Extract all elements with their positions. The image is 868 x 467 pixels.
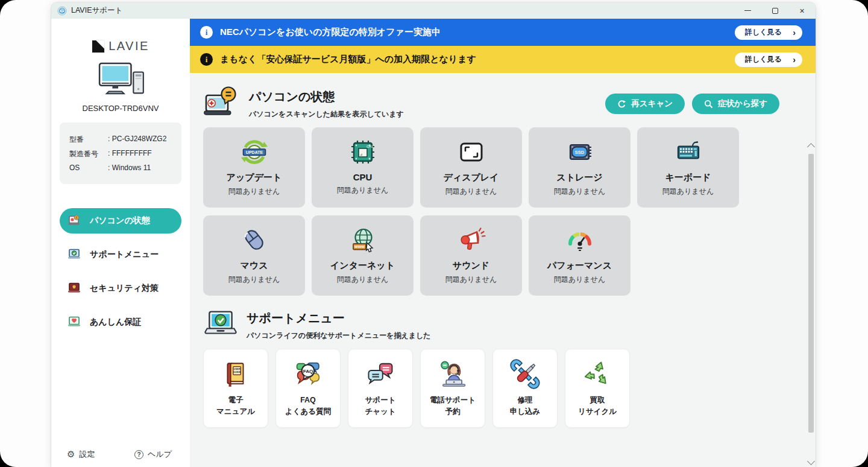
device-info-box: 型番: PC-GJ248WZG2製造番号: FFFFFFFFFOS: Windo… — [60, 122, 181, 184]
device-info-row: 型番: PC-GJ248WZG2 — [69, 135, 175, 145]
rescan-button[interactable]: 再スキャン — [605, 94, 685, 114]
sidebar-footer: ⚙ 設定 ? ヘルプ — [51, 449, 190, 467]
sidebar-item-support[interactable]: サポートメニュー — [60, 242, 181, 267]
sidebar-item-label: セキュリティ対策 — [90, 283, 159, 294]
sidebar-item-label: パソコンの状態 — [90, 215, 150, 226]
help-label: ヘルプ — [148, 449, 172, 460]
screen-background: LAVIEサポート × LAVIE — [0, 0, 868, 467]
status-card-update[interactable]: UPDATEアップデート問題ありません — [203, 127, 305, 208]
app-window: LAVIEサポート × LAVIE — [51, 2, 816, 467]
info-icon: i — [200, 53, 213, 66]
status-card-name: アップデート — [203, 172, 305, 183]
support-card-chat[interactable]: サポートチャット — [348, 349, 413, 428]
status-card-status: 問題ありません — [312, 185, 414, 195]
device-info-row: OS: Windows 11 — [69, 164, 175, 172]
close-button[interactable]: × — [788, 2, 816, 19]
faq-icon: FAQ — [276, 357, 340, 391]
status-card-status: 問題ありません — [420, 186, 522, 197]
support-subtitle: パソコンライフの便利なサポートメニューを揃えました — [247, 331, 431, 341]
recycle-icon — [565, 357, 629, 391]
support-card-label: 電話サポート予約 — [421, 395, 485, 418]
status-card-keyboard[interactable]: キーボード問題ありません — [637, 127, 739, 208]
chevron-right-icon: › — [793, 28, 796, 37]
sidebar-item-label: あんしん保証 — [90, 317, 141, 328]
mouse-icon — [203, 224, 305, 256]
status-card-performance[interactable]: パフォーマンス問題ありません — [529, 215, 631, 296]
warranty-details-button[interactable]: 詳しく見る› — [735, 52, 802, 67]
chevron-right-icon: › — [793, 56, 796, 64]
sound-icon — [420, 224, 522, 256]
help-icon: ? — [134, 450, 143, 459]
status-card-cpu[interactable]: CPU CPU問題ありません — [312, 127, 414, 208]
settings-label: 設定 — [79, 449, 95, 460]
sidebar-item-pc-status[interactable]: パソコンの状態 — [60, 208, 181, 234]
status-card-sound[interactable]: サウンド問題ありません — [420, 215, 522, 296]
support-card-recycle[interactable]: 買取リサイクル — [565, 349, 630, 428]
svg-text:GUIDE: GUIDE — [233, 370, 241, 373]
support-card-repair[interactable]: 修理申し込み — [492, 349, 558, 428]
status-card-name: ディスプレイ — [420, 172, 522, 183]
status-card-name: キーボード — [637, 172, 739, 183]
security-mini-icon — [68, 281, 82, 296]
pc-status-mini-icon — [68, 214, 82, 228]
device-name: DESKTOP-TRD6VNV — [51, 104, 190, 113]
info-label: 製造番号 — [69, 149, 108, 159]
status-card-name: パフォーマンス — [529, 260, 631, 272]
info-icon: i — [200, 26, 213, 39]
offer-banner-text: NECパソコンをお使いの方限定の特別オファー実施中 — [220, 27, 441, 38]
status-card-status: 問題ありません — [529, 275, 631, 285]
warranty-banner: i まもなく「安心保証サービス月額版」への加入期限となります 詳しく見る› — [190, 46, 816, 73]
status-card-name: CPU — [312, 172, 414, 182]
status-card-status: 問題ありません — [529, 186, 631, 197]
scroll-content: パソコンの状態 パソコンをスキャンした結果を表示しています 再スキャン — [190, 73, 816, 467]
sidebar-item-security[interactable]: セキュリティ対策 — [60, 276, 181, 301]
support-card-label: 電子マニュアル — [204, 395, 268, 418]
operator-icon — [421, 357, 485, 391]
sidebar-item-warranty[interactable]: あんしん保証 — [60, 310, 181, 335]
scroll-up-icon[interactable] — [807, 143, 815, 151]
support-card-operator[interactable]: 電話サポート予約 — [420, 349, 485, 428]
status-card-mouse[interactable]: マウス問題ありません — [203, 215, 305, 296]
maximize-button[interactable] — [761, 2, 788, 19]
refresh-icon — [617, 100, 626, 109]
svg-text:CPU: CPU — [366, 145, 373, 148]
pc-status-section-header: パソコンの状態 パソコンをスキャンした結果を表示しています 再スキャン — [203, 86, 779, 121]
display-icon — [420, 136, 522, 168]
main-area: i NECパソコンをお使いの方限定の特別オファー実施中 詳しく見る› i まもな… — [190, 19, 816, 467]
lavie-logo-icon — [92, 40, 105, 53]
help-button[interactable]: ? ヘルプ — [134, 449, 172, 460]
settings-button[interactable]: ⚙ 設定 — [67, 449, 95, 460]
support-card-grid: USER GUIDE 電子マニュアル FAQFAQよくある質問 サポートチャット… — [203, 349, 779, 428]
lavie-logo: LAVIE — [92, 39, 149, 53]
support-section-header: サポートメニュー パソコンライフの便利なサポートメニューを揃えました — [203, 309, 779, 342]
search-symptom-button[interactable]: 症状から探す — [692, 94, 779, 114]
offer-banner: i NECパソコンをお使いの方限定の特別オファー実施中 詳しく見る› — [190, 19, 816, 46]
gear-icon: ⚙ — [67, 449, 75, 460]
minimize-button[interactable] — [734, 2, 761, 19]
status-card-status: 問題ありません — [312, 275, 414, 285]
update-icon: UPDATE — [203, 136, 305, 168]
offer-details-button[interactable]: 詳しく見る› — [735, 25, 802, 40]
pc-status-subtitle: パソコンをスキャンした結果を表示しています — [249, 109, 404, 119]
status-card-display[interactable]: ディスプレイ問題ありません — [420, 127, 522, 208]
support-card-manual[interactable]: USER GUIDE 電子マニュアル — [203, 349, 268, 428]
svg-text:WWW: WWW — [354, 245, 365, 249]
svg-text:SSD: SSD — [574, 150, 584, 155]
support-card-label: 修理申し込み — [493, 395, 557, 418]
status-card-storage[interactable]: SSDストレージ問題ありません — [529, 127, 631, 208]
warranty-banner-text: まもなく「安心保証サービス月額版」への加入期限となります — [220, 54, 476, 65]
titlebar: LAVIEサポート × — [51, 2, 816, 19]
status-card-name: サウンド — [420, 260, 522, 272]
support-card-faq[interactable]: FAQFAQよくある質問 — [275, 349, 341, 428]
device-info-row: 製造番号: FFFFFFFFF — [69, 149, 175, 159]
scroll-down-icon[interactable] — [807, 457, 815, 465]
info-label: 型番 — [69, 135, 108, 145]
status-card-status: 問題ありません — [203, 186, 305, 197]
support-card-label: 買取リサイクル — [565, 395, 629, 418]
vertical-scrollbar[interactable] — [807, 142, 815, 467]
support-card-label: サポートチャット — [348, 395, 412, 418]
status-card-internet[interactable]: WWW インターネット問題ありません — [312, 215, 414, 296]
support-card-label: FAQよくある質問 — [276, 395, 340, 418]
window-title: LAVIEサポート — [71, 5, 122, 16]
scrollbar-thumb[interactable] — [808, 154, 814, 433]
